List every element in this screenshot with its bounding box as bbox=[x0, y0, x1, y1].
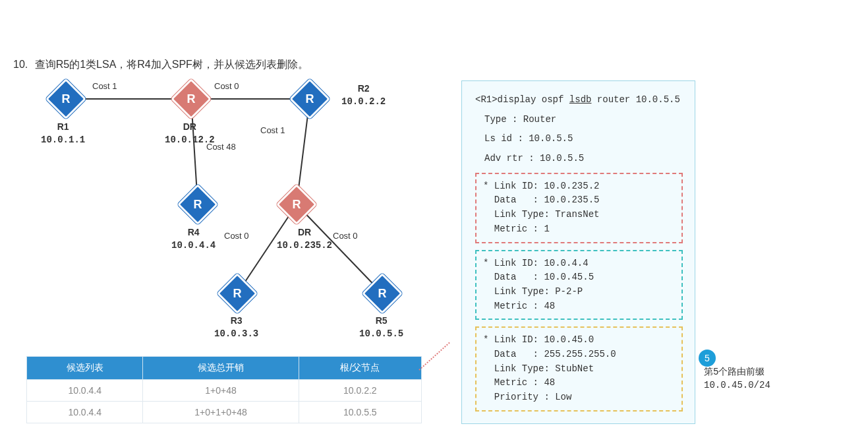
step-title: 10. 查询R5的1类LSA，将R4加入SPF树，并从候选列表删除。 bbox=[13, 58, 308, 72]
dr235-label: DR 10.0.235.2 bbox=[277, 226, 332, 252]
dr12-icon: R bbox=[171, 78, 212, 119]
th-parent: 根/父节点 bbox=[299, 357, 421, 380]
step-number: 10. bbox=[13, 59, 28, 71]
link-block-2: * Link ID: 10.0.4.4 Data : 10.0.45.5 Lin… bbox=[475, 250, 683, 321]
cost-r2-dr235: Cost 1 bbox=[260, 125, 285, 135]
cost-dr235-r5: Cost 0 bbox=[333, 231, 358, 241]
table-row: 10.0.4.4 1+0+1+0+48 10.0.5.5 bbox=[27, 402, 422, 423]
cost-dr12-r4: Cost 48 bbox=[206, 142, 236, 152]
prefix-note: 第5个路由前缀 10.0.45.0/24 bbox=[704, 366, 770, 392]
router-r5-icon: R bbox=[362, 273, 403, 314]
spf-diagram: R R1 10.0.1.1 R DR 10.0.12.2 R R2 10.0.2… bbox=[33, 76, 435, 353]
router-r1-icon: R bbox=[45, 78, 86, 119]
router-r5-label: R5 10.0.5.5 bbox=[359, 315, 403, 340]
table-row: 10.0.4.4 1+0+48 10.0.2.2 bbox=[27, 380, 422, 402]
cli-command: <R1>display ospf lsdb router 10.0.5.5 bbox=[475, 93, 683, 107]
router-r3-label: R3 10.0.3.3 bbox=[214, 315, 258, 340]
cli-lsid: Ls id : 10.0.5.5 bbox=[484, 132, 683, 146]
cli-type: Type : Router bbox=[484, 113, 683, 127]
cost-r1-dr12: Cost 1 bbox=[92, 81, 117, 91]
link-block-1: * Link ID: 10.0.235.2 Data : 10.0.235.5 … bbox=[475, 173, 683, 243]
dr235-icon: R bbox=[276, 184, 317, 225]
router-r3-icon: R bbox=[217, 273, 258, 314]
cost-dr12-r2: Cost 0 bbox=[214, 81, 239, 91]
cli-output-panel: <R1>display ospf lsdb router 10.0.5.5 Ty… bbox=[461, 80, 695, 424]
cost-dr235-r3: Cost 0 bbox=[224, 231, 249, 241]
link-block-3: * Link ID: 10.0.45.0 Data : 255.255.255.… bbox=[475, 326, 683, 411]
router-r2-label: R2 10.0.2.2 bbox=[341, 82, 386, 108]
cli-advrtr: Adv rtr : 10.0.5.5 bbox=[484, 152, 683, 166]
badge-5-icon: 5 bbox=[699, 350, 716, 367]
router-r2-icon: R bbox=[289, 78, 330, 119]
th-cost: 候选总开销 bbox=[143, 357, 299, 380]
router-r1-label: R1 10.0.1.1 bbox=[41, 121, 85, 146]
th-list: 候选列表 bbox=[27, 357, 143, 380]
table-header-row: 候选列表 候选总开销 根/父节点 bbox=[27, 357, 422, 380]
router-r4-icon: R bbox=[177, 184, 218, 225]
router-r4-label: R4 10.0.4.4 bbox=[171, 226, 216, 252]
candidate-table: 候选列表 候选总开销 根/父节点 10.0.4.4 1+0+48 10.0.2.… bbox=[26, 356, 422, 423]
step-text: 查询R5的1类LSA，将R4加入SPF树，并从候选列表删除。 bbox=[35, 59, 308, 70]
